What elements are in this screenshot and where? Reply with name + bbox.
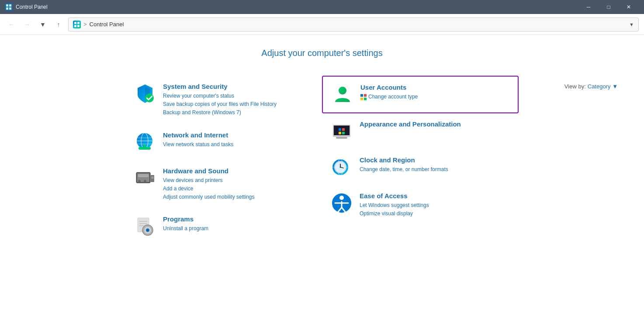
clock-region-icon <box>331 156 353 178</box>
user-accounts-text: User Accounts Change account type <box>360 84 509 105</box>
system-security-text: System and Security Review your computer… <box>163 83 313 117</box>
ease-of-access-text: Ease of Access Let Windows suggest setti… <box>360 192 510 218</box>
programs-text: Programs Uninstall a program <box>163 215 313 237</box>
system-security-link-1[interactable]: Review your computer's status <box>163 92 313 100</box>
chevron-down-icon: ▼ <box>40 21 46 28</box>
svg-rect-41 <box>339 132 341 134</box>
svg-rect-43 <box>336 137 347 139</box>
left-column: System and Security Review your computer… <box>125 76 322 244</box>
close-button[interactable]: ✕ <box>619 0 639 14</box>
appearance-icon <box>331 120 353 142</box>
ease-of-access-link-1[interactable]: Let Windows suggest settings <box>360 201 510 210</box>
hardware-sound-text: Hardware and Sound View devices and prin… <box>163 167 313 202</box>
ease-of-access-link-2[interactable]: Optimize visual display <box>360 210 510 218</box>
category-ease-of-access[interactable]: Ease of Access Let Windows suggest setti… <box>322 185 519 225</box>
path-separator: > <box>83 21 87 28</box>
network-internet-text: Network and Internet View network status… <box>163 131 313 153</box>
svg-rect-4 <box>9 7 11 10</box>
titlebar-icon <box>5 4 12 11</box>
svg-rect-2 <box>9 4 11 7</box>
system-security-link-2[interactable]: Save backup copies of your files with Fi… <box>163 100 313 109</box>
titlebar-controls: ─ □ ✕ <box>578 0 639 14</box>
network-internet-icon <box>134 131 156 153</box>
address-box[interactable]: > Control Panel ▼ <box>68 18 639 32</box>
svg-point-51 <box>340 167 341 168</box>
svg-point-23 <box>151 176 154 179</box>
forward-icon: → <box>24 21 30 28</box>
main-content: View by: Category ▼ Adjust your computer… <box>0 35 644 319</box>
network-internet-title[interactable]: Network and Internet <box>163 131 313 139</box>
up-button[interactable]: ↑ <box>52 18 65 31</box>
ease-of-access-icon <box>331 192 353 214</box>
svg-point-31 <box>147 229 149 231</box>
svg-rect-8 <box>77 25 80 27</box>
viewby-arrow-icon: ▼ <box>612 83 618 90</box>
svg-point-32 <box>339 87 346 95</box>
hardware-sound-icon <box>134 167 156 189</box>
svg-rect-42 <box>342 132 345 134</box>
svg-rect-36 <box>364 98 367 100</box>
svg-rect-3 <box>6 7 8 10</box>
system-security-icon <box>134 83 156 105</box>
clock-region-title[interactable]: Clock and Region <box>360 156 510 164</box>
svg-rect-5 <box>74 22 76 24</box>
svg-rect-33 <box>360 94 363 97</box>
hardware-sound-link-3[interactable]: Adjust commonly used mobility settings <box>163 193 313 201</box>
svg-rect-34 <box>364 94 367 97</box>
programs-link-1[interactable]: Uninstall a program <box>163 224 313 233</box>
titlebar: Control Panel ─ □ ✕ <box>0 0 644 14</box>
programs-icon <box>134 215 156 237</box>
address-dropdown-icon: ▼ <box>629 22 634 27</box>
category-clock-region[interactable]: Clock and Region Change date, time, or n… <box>322 149 519 185</box>
system-security-title[interactable]: System and Security <box>163 83 313 90</box>
hardware-sound-title[interactable]: Hardware and Sound <box>163 167 313 175</box>
back-button[interactable]: ← <box>5 18 17 31</box>
ease-of-access-title[interactable]: Ease of Access <box>360 192 510 200</box>
svg-rect-6 <box>77 22 80 24</box>
user-accounts-title[interactable]: User Accounts <box>360 84 509 91</box>
svg-rect-16 <box>144 144 145 148</box>
settings-grid: System and Security Review your computer… <box>125 76 519 244</box>
forward-button[interactable]: → <box>21 18 33 31</box>
svg-rect-1 <box>6 4 8 7</box>
right-column: User Accounts Change account type <box>322 76 519 244</box>
svg-rect-40 <box>342 128 345 131</box>
svg-rect-38 <box>334 126 350 135</box>
addressbar: ← → ▼ ↑ > Control Panel ▼ <box>0 14 644 35</box>
category-programs[interactable]: Programs Uninstall a program <box>125 208 322 244</box>
svg-rect-35 <box>360 98 363 100</box>
maximize-button[interactable]: □ <box>599 0 619 14</box>
category-appearance[interactable]: Appearance and Personalization <box>322 113 519 149</box>
hardware-sound-link-2[interactable]: Add a device <box>163 185 313 193</box>
system-security-link-3[interactable]: Backup and Restore (Windows 7) <box>163 109 313 117</box>
svg-rect-39 <box>339 128 341 131</box>
path-text: Control Panel <box>90 21 124 28</box>
category-network-internet[interactable]: Network and Internet View network status… <box>125 124 322 160</box>
page-title: Adjust your computer's settings <box>26 48 618 58</box>
viewby-label: View by: <box>564 83 586 90</box>
network-internet-link-1[interactable]: View network status and tasks <box>163 140 313 149</box>
category-hardware-sound[interactable]: Hardware and Sound View devices and prin… <box>125 160 322 209</box>
programs-title[interactable]: Programs <box>163 215 313 223</box>
up-icon: ↑ <box>57 21 60 28</box>
viewby-value-text: Category <box>588 83 611 90</box>
viewby-dropdown[interactable]: Category ▼ <box>588 83 618 90</box>
appearance-text: Appearance and Personalization <box>360 120 510 142</box>
svg-rect-19 <box>138 174 149 177</box>
category-system-security[interactable]: System and Security Review your computer… <box>125 76 322 124</box>
control-panel-small-icon <box>74 21 80 28</box>
shield-color-icon <box>360 94 367 100</box>
category-user-accounts[interactable]: User Accounts Change account type <box>322 76 519 113</box>
titlebar-title: Control Panel <box>16 4 48 10</box>
user-accounts-link-1[interactable]: Change account type <box>360 93 509 101</box>
recent-locations-button[interactable]: ▼ <box>37 18 49 31</box>
clock-region-text: Clock and Region Change date, time, or n… <box>360 156 510 178</box>
appearance-title[interactable]: Appearance and Personalization <box>360 120 510 128</box>
hardware-sound-link-1[interactable]: View devices and printers <box>163 176 313 185</box>
clock-region-link-1[interactable]: Change date, time, or number formats <box>360 165 510 174</box>
svg-point-53 <box>339 196 344 200</box>
viewby-container: View by: Category ▼ <box>564 83 618 90</box>
path-icon <box>73 21 81 28</box>
svg-rect-7 <box>74 25 76 27</box>
minimize-button[interactable]: ─ <box>578 0 599 14</box>
